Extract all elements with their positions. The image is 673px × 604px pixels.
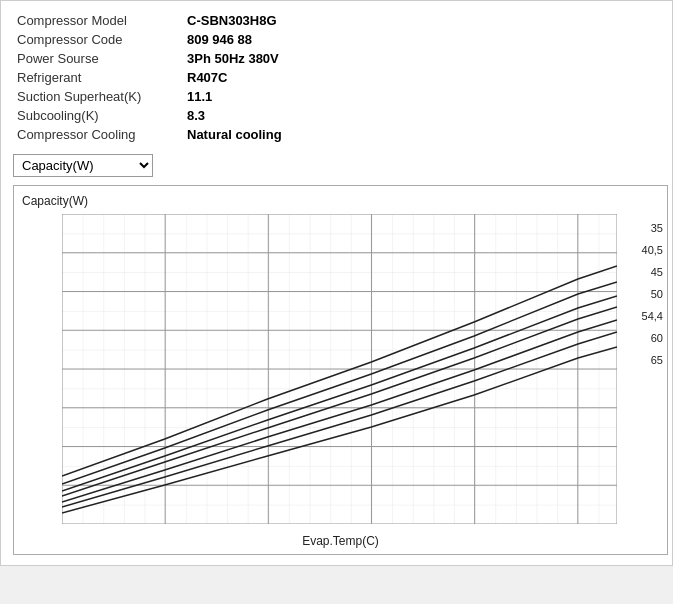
power-source-value: 3Ph 50Hz 380V: [183, 49, 660, 68]
legend-50: 50: [642, 288, 663, 300]
x-axis-label: Evap.Temp(C): [302, 534, 379, 548]
compressor-code-value: 809 946 88: [183, 30, 660, 49]
dropdown-row: Capacity(W) Power Input(W) COP Current(A…: [13, 154, 660, 177]
suction-superheat-label: Suction Superheat(K): [13, 87, 183, 106]
refrigerant-value: R407C: [183, 68, 660, 87]
compressor-model-value: C-SBN303H8G: [183, 11, 660, 30]
compressor-cooling-value: Natural cooling: [183, 125, 660, 144]
chart-type-select[interactable]: Capacity(W) Power Input(W) COP Current(A…: [13, 154, 153, 177]
legend-405: 40,5: [642, 244, 663, 256]
legend-65: 65: [642, 354, 663, 366]
info-table: Compressor Model C-SBN303H8G Compressor …: [13, 11, 660, 144]
chart-container: Capacity(W): [13, 185, 668, 555]
compressor-cooling-label: Compressor Cooling: [13, 125, 183, 144]
subcooling-value: 8.3: [183, 106, 660, 125]
main-container: Compressor Model C-SBN303H8G Compressor …: [0, 0, 673, 566]
refrigerant-label: Refrigerant: [13, 68, 183, 87]
suction-superheat-value: 11.1: [183, 87, 660, 106]
y-axis-label: Capacity(W): [22, 194, 88, 208]
legend-35: 35: [642, 222, 663, 234]
compressor-code-label: Compressor Code: [13, 30, 183, 49]
legend-45: 45: [642, 266, 663, 278]
chart-area: 4000 6000 8000 10000 12000 14000 16000 1…: [62, 214, 617, 524]
power-source-label: Power Sourse: [13, 49, 183, 68]
legend-544: 54,4: [642, 310, 663, 322]
compressor-model-label: Compressor Model: [13, 11, 183, 30]
chart-svg: 4000 6000 8000 10000 12000 14000 16000 1…: [62, 214, 617, 524]
legend-60: 60: [642, 332, 663, 344]
subcooling-label: Subcooling(K): [13, 106, 183, 125]
legend-area: 35 40,5 45 50 54,4 60 65: [642, 222, 663, 366]
